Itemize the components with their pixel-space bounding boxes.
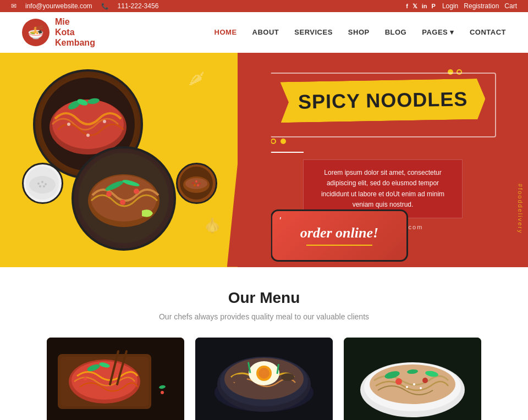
- hashtag-text: #fooddelivery: [517, 184, 524, 234]
- menu-section: Our Menu Our chefs always provides quali…: [0, 267, 528, 420]
- svg-point-28: [195, 180, 197, 183]
- logo: Mie Kota Kembang: [22, 16, 95, 48]
- registration-link[interactable]: Registration: [464, 2, 499, 10]
- dot-filled-1: [280, 139, 286, 144]
- top-bar-right: f 𝕏 in P Login Registration Cart: [406, 2, 517, 10]
- top-bar: ✉ info@yourwebsite.com 📞 111-222-3456 f …: [0, 0, 528, 12]
- facebook-icon[interactable]: f: [406, 3, 408, 10]
- linkedin-icon[interactable]: in: [422, 3, 427, 10]
- svg-point-67: [413, 383, 415, 385]
- logo-icon: [22, 19, 50, 46]
- order-online-container[interactable]: ' order online!: [271, 209, 408, 262]
- nav-shop[interactable]: SHOP: [348, 28, 370, 36]
- navbar: Mie Kota Kembang HOME ABOUT SERVICES SHO…: [0, 12, 528, 53]
- svg-point-7: [103, 120, 106, 123]
- svg-point-20: [41, 181, 43, 183]
- spice-bowl-2: [176, 163, 217, 204]
- nav-services[interactable]: SERVICES: [294, 28, 333, 36]
- svg-point-54: [281, 373, 294, 381]
- svg-point-29: [199, 183, 201, 185]
- svg-point-30: [194, 184, 196, 186]
- menu-cards: [33, 338, 495, 420]
- menu-card-img-3: [344, 338, 481, 420]
- svg-point-14: [120, 200, 125, 205]
- logo-text: Mie Kota Kembang: [55, 16, 95, 48]
- svg-point-27: [192, 182, 194, 184]
- order-online-text: order online!: [300, 225, 378, 241]
- nav-about[interactable]: ABOUT: [252, 28, 279, 36]
- menu-title: Our Menu: [33, 289, 495, 307]
- white-line: [271, 152, 304, 153]
- svg-point-23: [43, 185, 45, 187]
- svg-point-65: [422, 378, 428, 383]
- menu-card-2[interactable]: [195, 338, 333, 420]
- pinterest-icon[interactable]: P: [432, 3, 436, 10]
- svg-point-12: [106, 191, 112, 197]
- phone-number: 111-222-3456: [118, 2, 159, 10]
- nav-blog[interactable]: BLOG: [385, 28, 407, 36]
- svg-point-8: [86, 134, 90, 137]
- menu-subtitle: Our chefs always provides quality meal t…: [33, 312, 495, 321]
- hero-section: 🌶 🧄: [0, 53, 528, 267]
- order-underline: [306, 245, 372, 246]
- dot-outline-1: [271, 139, 276, 144]
- svg-point-68: [420, 387, 422, 389]
- top-bar-left: ✉ info@yourwebsite.com 📞 111-222-3456: [11, 2, 158, 10]
- spicy-badge: SPICY NOODLES: [280, 79, 486, 123]
- badge-container: SPICY NOODLES: [280, 80, 485, 130]
- menu-card-1[interactable]: [47, 338, 184, 420]
- svg-point-21: [45, 183, 47, 185]
- svg-point-13: [134, 189, 139, 194]
- menu-card-img-1: [47, 338, 184, 420]
- nav-pages[interactable]: PAGES ▾: [422, 28, 454, 36]
- social-icons: f 𝕏 in P: [406, 3, 436, 10]
- twitter-icon[interactable]: 𝕏: [413, 3, 417, 10]
- cart-link[interactable]: Cart: [504, 2, 517, 10]
- svg-point-26: [185, 178, 207, 189]
- email-address: info@yourwebsite.com: [25, 2, 92, 10]
- svg-point-18: [29, 176, 56, 194]
- top-bar-links: Login Registration Cart: [442, 2, 517, 10]
- svg-point-22: [39, 185, 41, 187]
- nav-links: HOME ABOUT SERVICES SHOP BLOG PAGES ▾ CO…: [215, 28, 506, 36]
- svg-point-52: [258, 368, 270, 379]
- svg-point-31: [197, 184, 199, 186]
- deco-noodle-icon: 🧄: [204, 217, 221, 234]
- email-icon: ✉: [11, 2, 16, 10]
- svg-point-66: [406, 386, 408, 388]
- phone-icon: 📞: [101, 3, 109, 10]
- svg-point-6: [67, 123, 70, 126]
- svg-point-64: [395, 378, 402, 385]
- logo-name: Mie Kota Kembang: [55, 16, 95, 48]
- hero-right: SPICY NOODLES Lorem ipsum dolor sit amet…: [238, 53, 528, 267]
- spice-bowl-1: [22, 163, 63, 204]
- food-image-2: [72, 146, 176, 251]
- login-link[interactable]: Login: [442, 2, 458, 10]
- svg-point-39: [84, 377, 87, 380]
- hero-left: 🌶 🧄: [0, 53, 238, 267]
- nav-contact[interactable]: CONTACT: [470, 28, 506, 36]
- svg-point-19: [37, 183, 40, 185]
- nav-home[interactable]: HOME: [215, 28, 237, 36]
- deco-chili-icon: 🌶: [188, 69, 205, 88]
- svg-point-53: [232, 374, 247, 383]
- svg-point-43: [161, 391, 164, 394]
- order-apostrophe: ': [279, 215, 280, 227]
- menu-card-3[interactable]: [344, 338, 481, 420]
- menu-card-img-2: [195, 338, 333, 420]
